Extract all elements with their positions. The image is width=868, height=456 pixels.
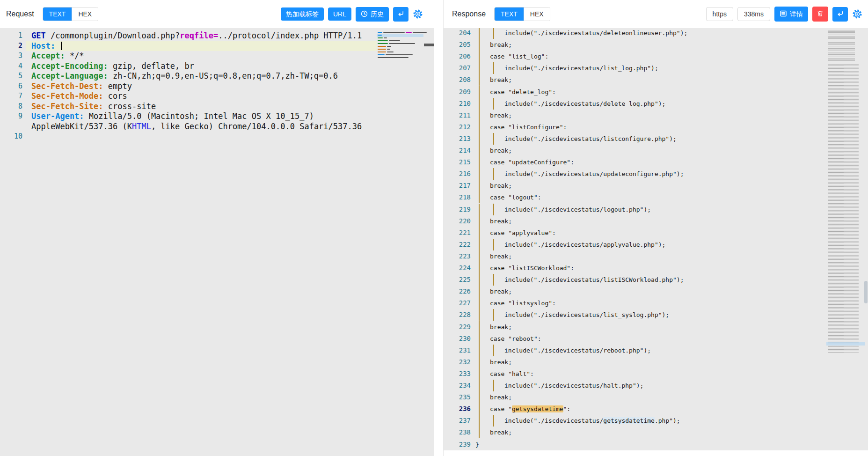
enter-icon	[837, 10, 844, 18]
gear-icon[interactable]	[413, 9, 423, 19]
code-line: 229break;	[444, 321, 868, 333]
response-panel: Response TEXT HEX https 338ms 详情	[443, 0, 868, 456]
request-header: Request TEXT HEX 热加载标签 URL 历史	[0, 0, 434, 28]
indent-guide	[479, 391, 480, 403]
indent-guide	[479, 110, 480, 121]
indent-guide	[479, 74, 480, 86]
line-number: 3	[0, 51, 22, 61]
code-line: 10	[0, 132, 434, 142]
code-line: 207include("./iscdevicestatus/list_log.p…	[444, 62, 868, 74]
request-tab-hex[interactable]: HEX	[72, 7, 98, 21]
indent-guide	[493, 345, 494, 356]
line-number: 234	[444, 380, 471, 391]
response-tab-hex[interactable]: HEX	[524, 7, 550, 21]
history-label: 历史	[371, 11, 384, 17]
code-line: 7Sec-Fetch-Mode: cors	[0, 91, 434, 102]
request-panel: Request TEXT HEX 热加载标签 URL 历史	[0, 0, 434, 456]
line-number: 231	[444, 345, 471, 356]
send-request-button[interactable]	[393, 7, 408, 22]
code-line: 215case "updateConfigure":	[444, 156, 868, 168]
code-line: 209case "delete_log":	[444, 86, 868, 98]
line-number: 228	[444, 309, 471, 321]
indent-guide	[493, 98, 494, 110]
hot-reload-button[interactable]: 热加载标签	[281, 7, 324, 21]
line-number: 215	[444, 156, 471, 168]
indent-guide	[479, 368, 480, 380]
url-button[interactable]: URL	[328, 7, 351, 21]
code-line: 1GET /commonplugin/Download.php?reqfile=…	[0, 31, 434, 41]
code-line: 6Sec-Fetch-Dest: empty	[0, 81, 434, 92]
indent-guide	[479, 168, 480, 180]
code-line: 235break;	[444, 391, 868, 403]
duration-badge: 338ms	[737, 7, 770, 21]
response-tab-text[interactable]: TEXT	[495, 7, 524, 21]
indent-guide	[493, 28, 494, 39]
indent-guide	[479, 286, 480, 297]
code-line: 234include("./iscdevicestatus/halt.php")…	[444, 380, 868, 391]
clear-response-button[interactable]	[812, 7, 828, 22]
indent-guide	[493, 168, 494, 180]
code-line: 220break;	[444, 215, 868, 227]
indent-guide	[479, 356, 480, 368]
line-number: 223	[444, 250, 471, 262]
gear-icon[interactable]	[852, 9, 862, 19]
line-number: 221	[444, 227, 471, 239]
indent-guide	[479, 403, 480, 415]
indent-guide	[493, 415, 494, 427]
details-label: 详情	[790, 11, 803, 17]
code-line: 211break;	[444, 110, 868, 121]
line-number: 233	[444, 368, 471, 380]
line-number: 214	[444, 145, 471, 156]
code-line: 9User-Agent: Mozilla/5.0 (Macintosh; Int…	[0, 111, 434, 122]
indent-guide	[479, 98, 480, 110]
line-number: 9	[0, 111, 22, 122]
enter-icon	[397, 10, 404, 18]
line-number: 4	[0, 61, 22, 72]
indent-guide	[479, 51, 480, 62]
indent-guide	[479, 297, 480, 309]
protocol-badge: https	[706, 7, 733, 21]
code-line: 4Accept-Encoding: gzip, deflate, br	[0, 61, 434, 72]
code-line: 227case "listsyslog":	[444, 297, 868, 309]
line-number: 213	[444, 133, 471, 145]
line-number: 227	[444, 297, 471, 309]
indent-guide	[479, 274, 480, 286]
request-tab-text[interactable]: TEXT	[43, 7, 72, 21]
code-line: 236case "getsysdatetime":	[444, 403, 868, 415]
request-toolbar: 热加载标签 URL 历史	[281, 7, 423, 22]
code-line: 214break;	[444, 145, 868, 156]
line-number: 226	[444, 286, 471, 297]
line-number: 235	[444, 391, 471, 403]
indent-guide	[479, 145, 480, 156]
response-editor[interactable]: 204include("./iscdevicestatus/deleteonli…	[444, 28, 868, 456]
line-number: 218	[444, 191, 471, 203]
response-view-toggle: TEXT HEX	[494, 7, 550, 21]
indent-guide	[493, 133, 494, 145]
code-line: 239}	[444, 439, 868, 450]
trash-icon	[817, 10, 824, 18]
send-from-response-button[interactable]	[832, 7, 848, 22]
indent-guide	[479, 333, 480, 345]
indent-guide	[479, 191, 480, 203]
code-line: 230case "reboot":	[444, 333, 868, 345]
line-number: 222	[444, 239, 471, 250]
code-line: 226break;	[444, 286, 868, 297]
code-line: 205break;	[444, 39, 868, 51]
details-button[interactable]: 详情	[774, 7, 808, 22]
indent-guide	[493, 239, 494, 250]
indent-guide	[479, 345, 480, 356]
request-editor[interactable]: 1GET /commonplugin/Download.php?reqfile=…	[0, 28, 434, 456]
history-button[interactable]: 历史	[356, 7, 389, 22]
request-view-toggle: TEXT HEX	[43, 7, 99, 21]
code-line: 213include("./iscdevicestatus/listconfig…	[444, 133, 868, 145]
indent-guide	[479, 204, 480, 215]
code-line: 237include("./iscdevicestatus/getsysdate…	[444, 415, 868, 427]
response-title: Response	[452, 10, 486, 18]
line-number: 210	[444, 98, 471, 110]
line-number: 224	[444, 262, 471, 274]
code-line: 233case "halt":	[444, 368, 868, 380]
line-number: 5	[0, 71, 22, 81]
indent-guide	[479, 62, 480, 74]
text-cursor	[61, 42, 62, 50]
editor-end-space	[444, 450, 868, 456]
